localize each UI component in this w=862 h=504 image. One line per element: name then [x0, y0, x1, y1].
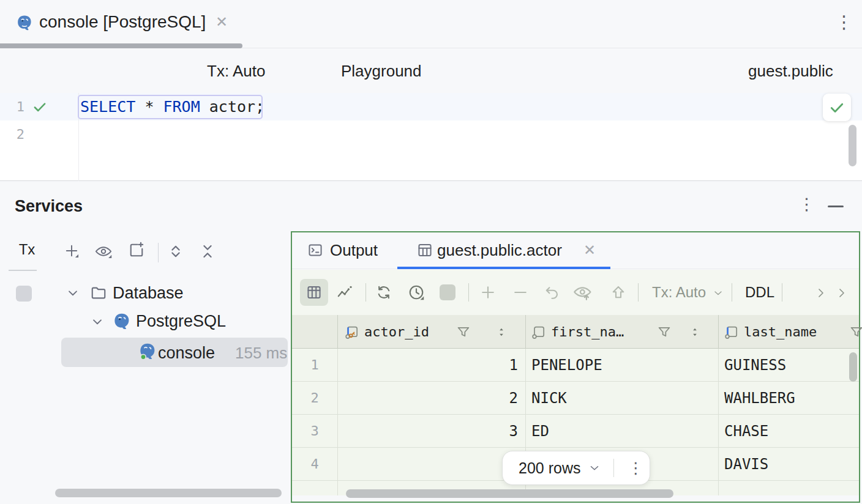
line-number-2: 2 [9, 120, 24, 148]
expand-all-icon[interactable] [167, 242, 185, 261]
column-header-last-name[interactable]: last_name [744, 315, 817, 349]
editor-tab-console[interactable]: console [PostgreSQL] [39, 0, 206, 44]
chevron-down-icon[interactable] [65, 285, 81, 301]
add-row-icon [479, 283, 497, 302]
playground-select[interactable]: Playground [341, 49, 422, 93]
toolbar-separator [638, 283, 639, 302]
filter-icon[interactable] [455, 324, 472, 341]
tab-output[interactable]: Output [330, 232, 378, 268]
output-terminal-icon [307, 242, 324, 259]
postgresql-icon [16, 14, 33, 31]
services-more-icon[interactable]: ⋮ [798, 196, 815, 213]
pager-more-icon[interactable]: ⋮ [628, 460, 643, 476]
editor-tab-bar: console [PostgreSQL] ✕ ⋮ [0, 0, 862, 48]
sql-editor[interactable]: 1 2 SELECT * FROM actor; [0, 93, 862, 181]
chevron-down-icon[interactable] [712, 287, 724, 299]
cell-actor-id[interactable]: 3 [509, 415, 518, 448]
sql-semicolon: ; [255, 98, 264, 116]
console-exec-time: 155 ms [235, 344, 287, 362]
sql-code-line[interactable]: SELECT * FROM actor; [80, 93, 264, 120]
refresh-icon[interactable] [375, 283, 393, 302]
pager-pill[interactable]: 200 rows ⋮ [502, 451, 650, 485]
tab-close-icon[interactable]: ✕ [583, 232, 596, 268]
services-tx-tab-underline [9, 270, 37, 271]
services-horizontal-scrollbar[interactable] [55, 489, 282, 497]
collapse-all-icon[interactable] [198, 242, 217, 261]
table-row[interactable]: 2 2 NICK WAHLBERG [292, 382, 859, 415]
column-icon [530, 324, 547, 341]
view-as-chart-button[interactable] [335, 283, 354, 302]
inspections-status-widget[interactable] [823, 94, 851, 121]
preview-changes-icon [572, 283, 593, 302]
table-grid-icon [416, 242, 433, 259]
ddl-button[interactable]: DDL [745, 270, 774, 315]
cell-last-name[interactable]: WAHLBERG [724, 382, 795, 415]
grid-vertical-scrollbar[interactable] [849, 352, 857, 382]
tree-item-console[interactable]: console [158, 344, 215, 362]
minimize-icon[interactable] [828, 206, 844, 207]
toolbar-separator [468, 283, 469, 302]
view-options-eye-icon[interactable] [94, 243, 113, 259]
query-history-icon[interactable] [407, 283, 425, 302]
window-more-icon[interactable]: ⋮ [835, 13, 853, 31]
cell-first-name[interactable]: PENELOPE [531, 349, 602, 382]
main-toolbar: p Tx: Auto Playground [0, 49, 862, 93]
filter-icon[interactable] [656, 324, 673, 341]
primary-key-column-icon [343, 324, 361, 341]
cell-actor-id[interactable]: 2 [509, 382, 518, 415]
view-as-table-button[interactable] [300, 279, 328, 306]
sql-table-name: actor [209, 98, 255, 116]
table-row[interactable]: 1 1 PENELOPE GUINESS [292, 349, 859, 382]
sql-star: * [144, 98, 154, 116]
tree-item-database[interactable]: Database [113, 284, 184, 302]
cell-last-name[interactable]: DAVIS [724, 448, 768, 481]
open-in-new-tab-icon[interactable] [127, 241, 146, 259]
grid-tx-mode-select[interactable]: Tx: Auto [652, 270, 706, 315]
toolbar-separator [782, 283, 782, 302]
active-tab-underline [0, 43, 242, 48]
schema-switcher[interactable]: guest.public [748, 49, 833, 93]
results-panel: Output guest.public.actor ✕ [291, 231, 860, 503]
pill-separator [613, 459, 614, 477]
tab-guest-public-actor[interactable]: guest.public.actor [437, 232, 562, 268]
row-count-select[interactable]: 200 rows [519, 459, 580, 477]
toolbar-separator [365, 283, 366, 302]
tx-mode-select[interactable]: Tx: Auto [207, 49, 265, 93]
cell-last-name[interactable]: CHASE [724, 415, 768, 448]
cell-actor-id[interactable]: 1 [509, 349, 518, 382]
filter-icon[interactable] [848, 324, 862, 341]
header-divider [337, 315, 338, 349]
postgresql-icon [113, 312, 131, 330]
header-divider [525, 315, 526, 349]
tree-item-postgresql[interactable]: PostgreSQL [136, 312, 226, 330]
datagrip-window: console [PostgreSQL] ✕ ⋮ p Tx: Auto [0, 0, 862, 504]
last-page-icon[interactable] [834, 286, 849, 300]
tab-close-icon[interactable]: ✕ [216, 0, 228, 44]
sql-keyword: FROM [163, 98, 200, 116]
folder-icon [89, 284, 108, 302]
chevron-down-icon[interactable] [588, 461, 601, 475]
editor-vertical-scrollbar[interactable] [849, 125, 856, 166]
chevron-down-icon[interactable] [89, 314, 105, 330]
add-service-icon[interactable] [63, 242, 80, 259]
stop-button [440, 284, 455, 300]
results-toolbar: Tx: Auto DDL [292, 270, 859, 315]
cell-last-name[interactable]: GUINESS [724, 349, 786, 382]
cell-first-name[interactable]: ED [531, 415, 549, 448]
services-stop-button[interactable] [16, 286, 32, 302]
grid-header-row: actor_id first_na… [292, 315, 859, 349]
cell-first-name[interactable]: NICK [531, 382, 567, 415]
grid-horizontal-scrollbar[interactable] [346, 489, 673, 498]
services-tx-tab[interactable]: Tx [13, 231, 40, 268]
sort-icon[interactable] [689, 326, 701, 338]
column-icon [723, 324, 740, 341]
sort-icon[interactable] [495, 326, 508, 338]
statement-success-check-icon [32, 99, 48, 115]
column-header-first-name[interactable]: first_na… [551, 315, 624, 349]
line-number-1: 1 [9, 93, 24, 120]
sql-keyword: SELECT [80, 98, 135, 116]
results-tab-bar: Output guest.public.actor ✕ [292, 232, 859, 269]
column-header-actor-id[interactable]: actor_id [364, 315, 429, 349]
table-row[interactable]: 3 3 ED CHASE [292, 415, 859, 448]
next-page-icon[interactable] [814, 286, 828, 300]
